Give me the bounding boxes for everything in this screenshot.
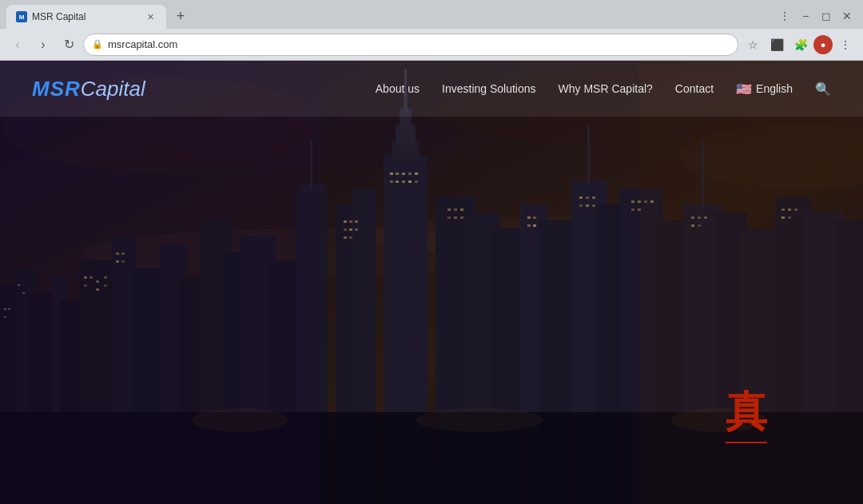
- minimize-button[interactable]: −: [796, 6, 815, 26]
- new-tab-button[interactable]: +: [169, 5, 192, 27]
- toolbar: ‹ › ↻ 🔒 msrcapital.com ☆ ⬛ 🧩 ● ⋮: [0, 29, 863, 61]
- forward-button[interactable]: ›: [32, 34, 54, 56]
- refresh-button[interactable]: ↻: [58, 34, 80, 56]
- flag-icon: 🇺🇸: [736, 81, 752, 97]
- svg-rect-120: [0, 61, 320, 504]
- language-selector[interactable]: 🇺🇸 English: [736, 81, 793, 97]
- address-bar[interactable]: 🔒 msrcapital.com: [83, 34, 738, 56]
- nav-why-msr[interactable]: Why MSR Capital?: [559, 82, 653, 95]
- search-icon[interactable]: 🔍: [815, 81, 831, 97]
- chinese-character: 真: [726, 384, 767, 440]
- logo[interactable]: MSR Capital: [32, 77, 145, 101]
- nav-about-us[interactable]: About us: [376, 82, 420, 95]
- active-tab[interactable]: M MSR Capital ✕: [6, 5, 166, 29]
- profile-button[interactable]: ●: [813, 35, 833, 54]
- tab-bar: M MSR Capital ✕ + ⋮ − ◻ ✕: [0, 0, 863, 29]
- restore-button[interactable]: ◻: [817, 6, 836, 26]
- more-options-button[interactable]: ⋮: [834, 34, 857, 56]
- close-button[interactable]: ✕: [837, 6, 857, 26]
- lock-icon: 🔒: [92, 39, 103, 50]
- cast-button[interactable]: ⬛: [766, 34, 788, 56]
- tab-close-button[interactable]: ✕: [144, 10, 157, 23]
- logo-capital: Capital: [81, 77, 145, 101]
- logo-msr: MSR: [32, 77, 81, 101]
- toolbar-actions: ☆ ⬛ 🧩 ● ⋮: [742, 34, 857, 56]
- address-text: msrcapital.com: [108, 38, 730, 50]
- browser-chrome: M MSR Capital ✕ + ⋮ − ◻ ✕ ‹ › ↻ 🔒 msrcap…: [0, 0, 863, 61]
- nav-links: About us Investing Solutions Why MSR Cap…: [376, 81, 831, 97]
- website-content: MSR Capital About us Investing Solutions…: [0, 61, 863, 504]
- nav-contact[interactable]: Contact: [675, 82, 714, 95]
- tab-favicon: M: [16, 11, 27, 22]
- navigation: MSR Capital About us Investing Solutions…: [0, 61, 863, 117]
- extensions-button[interactable]: 🧩: [789, 34, 812, 56]
- overflow-button[interactable]: ⋮: [775, 6, 794, 26]
- bookmark-star-button[interactable]: ☆: [742, 34, 764, 56]
- language-label: English: [756, 82, 793, 95]
- window-controls: ⋮ − ◻ ✕: [775, 6, 857, 29]
- tab-title: MSR Capital: [32, 11, 139, 22]
- nav-investing-solutions[interactable]: Investing Solutions: [442, 82, 536, 95]
- back-button[interactable]: ‹: [6, 34, 29, 56]
